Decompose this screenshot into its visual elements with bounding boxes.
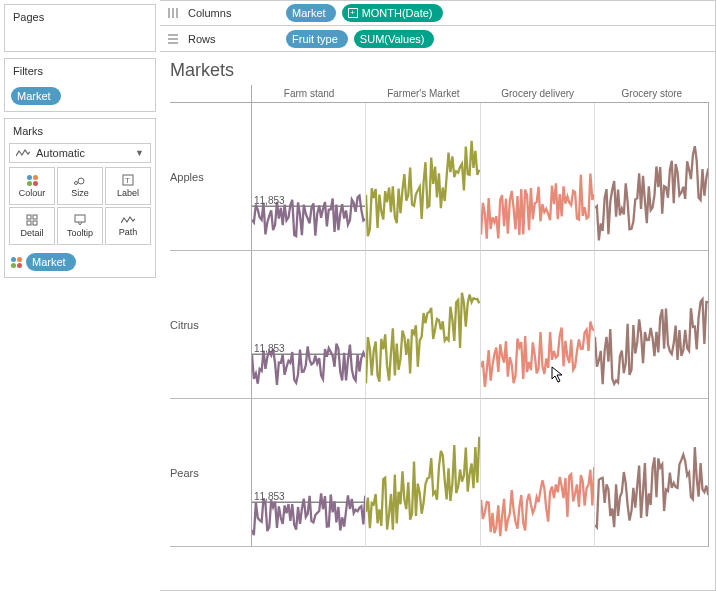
svg-point-0 [75,182,78,185]
filters-panel: Filters Market [4,58,156,112]
viz-grid: Farm standFarmer's MarketGrocery deliver… [170,85,709,547]
chart-cell[interactable] [481,399,595,547]
label-button[interactable]: T Label [105,167,151,205]
columns-pill-month[interactable]: +MONTH(Date) [342,4,443,22]
rows-label: Rows [188,33,278,45]
columns-icon [166,7,180,19]
pages-panel: Pages [4,4,156,52]
colour-icon [27,175,38,186]
chart-cell[interactable] [595,103,709,251]
rows-shelf[interactable]: Rows Fruit type SUM(Values) [160,26,716,52]
pages-label: Pages [5,5,155,29]
label-icon: T [122,174,134,186]
tooltip-icon [74,214,86,226]
row-header: Citrus [170,251,252,399]
filter-pill-label: Market [17,90,51,102]
rows-pill-fruit[interactable]: Fruit type [286,30,348,48]
chart-cell[interactable] [366,251,480,399]
path-button[interactable]: Path [105,207,151,245]
marks-label: Marks [5,119,155,143]
reference-line-label: 11,853 [254,195,285,206]
colour-label: Colour [19,188,46,198]
svg-rect-6 [27,221,31,225]
line-icon [16,148,30,158]
viz-title: Markets [170,60,709,81]
detail-icon [26,214,38,226]
colour-button[interactable]: Colour [9,167,55,205]
chart-cell[interactable] [481,251,595,399]
plus-icon: + [348,8,358,18]
marks-type-dropdown[interactable]: Automatic ▼ [9,143,151,163]
viz-area[interactable]: Markets Farm standFarmer's MarketGrocery… [160,52,716,591]
path-icon [121,215,135,225]
chart-cell[interactable] [595,399,709,547]
size-icon [73,174,87,186]
path-label: Path [119,227,138,237]
col-header: Farm stand [252,85,366,103]
rows-icon [166,33,180,45]
reference-line-label: 11,853 [254,343,285,354]
detail-button[interactable]: Detail [9,207,55,245]
chart-cell[interactable] [481,103,595,251]
svg-text:T: T [125,176,130,185]
chart-cell[interactable] [366,399,480,547]
svg-rect-8 [75,215,85,222]
chart-cell[interactable] [595,251,709,399]
marks-colour-pill[interactable]: Market [26,253,76,271]
columns-label: Columns [188,7,278,19]
chart-cell[interactable]: 11,853 [252,103,366,251]
marks-panel: Marks Automatic ▼ Colour Size T Label [4,118,156,278]
size-button[interactable]: Size [57,167,103,205]
reference-line-label: 11,853 [254,491,285,502]
row-header: Pears [170,399,252,547]
row-header: Apples [170,103,252,251]
label-label: Label [117,188,139,198]
marks-type-label: Automatic [36,147,85,159]
tooltip-label: Tooltip [67,228,93,238]
col-header: Grocery store [595,85,709,103]
rows-pill-sum[interactable]: SUM(Values) [354,30,435,48]
tooltip-button[interactable]: Tooltip [57,207,103,245]
filters-label: Filters [5,59,155,83]
svg-rect-4 [27,215,31,219]
chart-cell[interactable]: 11,853 [252,399,366,547]
chart-cell[interactable]: 11,853 [252,251,366,399]
chart-cell[interactable] [366,103,480,251]
chevron-down-icon: ▼ [135,148,144,158]
columns-shelf[interactable]: Columns Market +MONTH(Date) [160,0,716,26]
size-label: Size [71,188,89,198]
svg-rect-7 [33,221,37,225]
colour-icon [11,257,22,268]
detail-label: Detail [20,228,43,238]
marks-colour-pill-label: Market [32,256,66,268]
columns-pill-market[interactable]: Market [286,4,336,22]
col-header: Farmer's Market [366,85,480,103]
col-header: Grocery delivery [481,85,595,103]
filter-pill-market[interactable]: Market [11,87,61,105]
svg-rect-5 [33,215,37,219]
svg-point-1 [78,178,84,184]
